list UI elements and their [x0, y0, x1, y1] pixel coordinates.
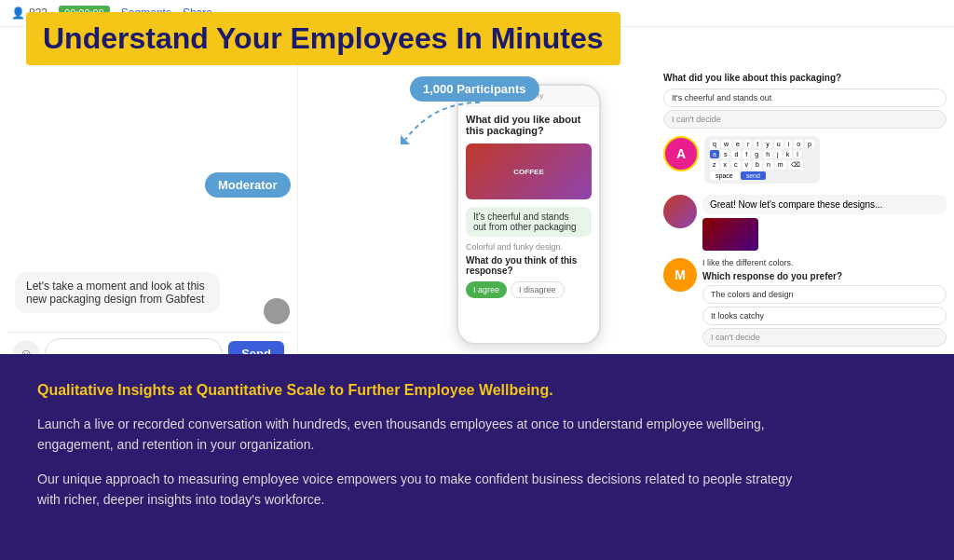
- which-response-label: Which response do you prefer?: [702, 271, 947, 281]
- phone-product-image: COFFEE: [466, 143, 592, 199]
- participant-3-content: I like the different colors. Which respo…: [702, 258, 947, 349]
- bottom-subtitle: Qualitative Insights at Quantitative Sca…: [37, 382, 917, 399]
- dashed-arrow: [359, 93, 489, 149]
- moderator-label: Moderator: [205, 172, 291, 198]
- svg-marker-0: [401, 135, 410, 144]
- participant-response-bubble: q w e r t y u i o p a s d: [704, 136, 820, 187]
- participants-bubble: 1,000 Participants: [410, 76, 539, 102]
- right-question: What did you like about this packaging?: [663, 73, 947, 83]
- response-choice-b[interactable]: It looks catchy: [702, 307, 947, 325]
- send-button[interactable]: Send: [228, 341, 284, 355]
- participant-avatar-1: A: [663, 136, 699, 171]
- participant-2-content: Great! Now let's compare these designs..…: [702, 195, 947, 251]
- participant-response-row: A q w e r t y u i o p: [663, 136, 947, 187]
- main-title: Understand Your Employees In Minutes: [43, 21, 604, 56]
- bottom-text-2: Our unique approach to measuring employe…: [37, 469, 801, 511]
- participant-response-row-2: Great! Now let's compare these designs..…: [663, 195, 947, 251]
- participant-avatar-2: [663, 195, 697, 228]
- product-thumbnail-2: [702, 218, 758, 251]
- people-icon: 👤: [11, 7, 25, 20]
- participant-2-header: Great! Now let's compare these designs..…: [702, 195, 947, 214]
- title-banner: Understand Your Employees In Minutes: [26, 12, 620, 65]
- cant-decide-2[interactable]: I can't decide: [702, 328, 947, 347]
- chat-message: Let's take a moment and look at this new…: [15, 272, 220, 313]
- disagree-button[interactable]: I disagree: [511, 281, 565, 298]
- response-choice-1[interactable]: It's cheerful and stands out: [663, 89, 947, 107]
- chat-input-area: ☺ Send: [7, 332, 290, 354]
- top-section: Understand Your Employees In Minutes 👤 8…: [0, 0, 954, 354]
- emoji-button[interactable]: ☺: [13, 340, 39, 354]
- response-choice-a[interactable]: The colors and design: [702, 285, 947, 304]
- bottom-section: Qualitative Insights at Quantitative Sca…: [0, 354, 954, 560]
- participant-3-message: I like the different colors.: [702, 258, 947, 267]
- sender-avatar: [264, 298, 290, 324]
- phone-answer: It's cheerful and stands out from other …: [466, 207, 592, 237]
- agree-button[interactable]: I agree: [466, 281, 507, 298]
- right-participants-panel: What did you like about this packaging? …: [656, 65, 954, 354]
- cant-decide-1[interactable]: I can't decide: [663, 110, 947, 129]
- keyboard-area: q w e r t y u i o p a s d: [704, 136, 820, 184]
- message-input[interactable]: [45, 338, 223, 354]
- right-question-area: What did you like about this packaging? …: [663, 73, 947, 129]
- participant-avatar-3: M: [663, 258, 697, 292]
- phone-response-buttons: I agree I disagree: [466, 281, 592, 298]
- phone-follow-up-question: What do you think of this response?: [466, 255, 592, 276]
- bottom-text-1: Launch a live or recorded conversation w…: [37, 414, 801, 456]
- participant-row-3: M I like the different colors. Which res…: [663, 258, 947, 349]
- phone-follow-up-label: Colorful and funky design.: [466, 242, 592, 252]
